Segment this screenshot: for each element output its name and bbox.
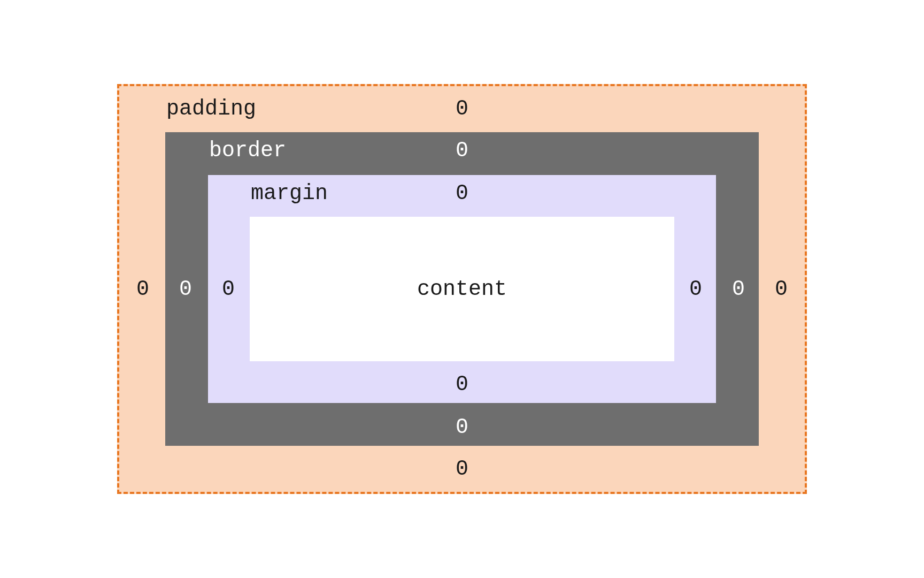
content-region: content bbox=[250, 217, 674, 361]
border-label: border bbox=[209, 139, 286, 163]
border-bottom-value: 0 bbox=[456, 415, 468, 439]
box-model-diagram: content padding border margin 0 0 0 0 0 … bbox=[117, 84, 807, 494]
content-label: content bbox=[417, 277, 507, 301]
padding-right-value: 0 bbox=[775, 277, 788, 301]
border-left-value: 0 bbox=[179, 277, 192, 301]
margin-bottom-value: 0 bbox=[456, 372, 468, 397]
padding-bottom-value: 0 bbox=[456, 457, 468, 481]
margin-right-value: 0 bbox=[689, 277, 702, 301]
border-right-value: 0 bbox=[732, 277, 745, 301]
margin-top-value: 0 bbox=[456, 181, 468, 206]
padding-top-value: 0 bbox=[456, 97, 468, 121]
padding-label: padding bbox=[166, 97, 256, 121]
margin-left-value: 0 bbox=[222, 277, 235, 301]
padding-left-value: 0 bbox=[136, 277, 149, 301]
margin-label: margin bbox=[251, 181, 328, 206]
border-top-value: 0 bbox=[456, 139, 468, 163]
